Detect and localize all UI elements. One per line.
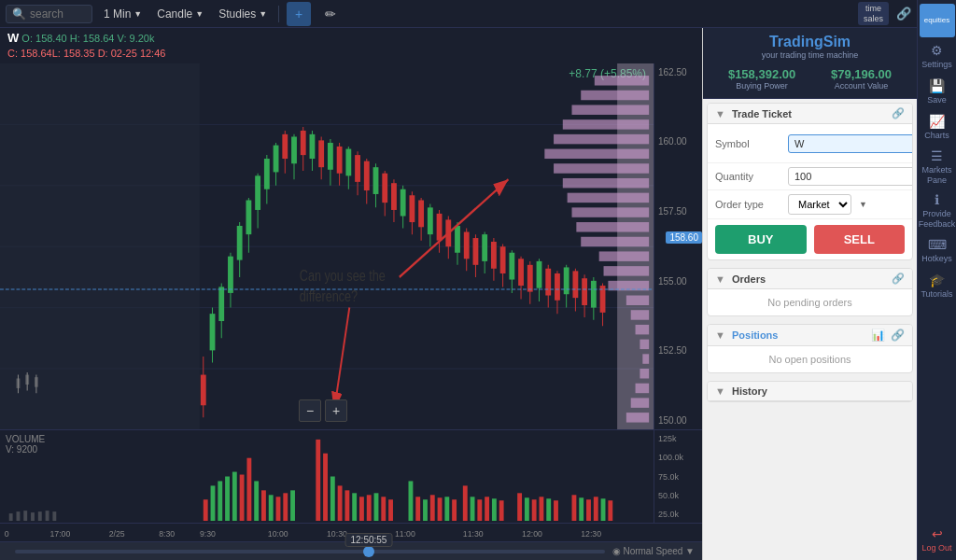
order-type-select[interactable]: Market Limit Stop [788,194,851,215]
svg-rect-175 [492,498,497,521]
time-scrubber[interactable]: 12:50:55 ◉ Normal Speed ▼ [0,541,702,560]
svg-rect-76 [373,167,379,194]
charts-button[interactable]: 📈 Charts [920,110,955,144]
volume-svg [0,430,654,523]
hotkeys-button[interactable]: ⌨ Hotkeys [920,234,955,268]
svg-rect-160 [367,495,372,521]
svg-rect-148 [261,490,266,521]
svg-rect-7 [595,76,649,85]
svg-rect-120 [572,271,578,298]
scrubber-thumb[interactable] [363,546,374,557]
feedback-icon: ℹ [935,192,939,208]
svg-rect-29 [631,398,649,407]
svg-rect-168 [438,497,443,521]
orders-link-icon[interactable]: 🔗 [892,273,905,285]
chart-icon[interactable]: 📊 [871,329,885,342]
positions-title[interactable]: Positions [732,329,779,341]
svg-rect-52 [264,159,270,189]
hotkeys-icon: ⌨ [928,237,947,253]
draw-tool-button[interactable]: ✏ [318,2,343,26]
svg-rect-46 [237,226,243,260]
search-icon: 🔍 [12,7,26,21]
svg-rect-62 [310,133,316,158]
buy-button[interactable]: BUY [715,225,807,254]
svg-rect-60 [301,131,306,155]
settings-button[interactable]: ⚙ Settings [920,39,955,73]
feedback-button[interactable]: ℹ Provide Feedback [920,189,955,231]
quantity-input[interactable] [788,167,913,186]
speed-indicator[interactable]: ◉ Normal Speed ▼ [612,546,695,556]
tutorials-button[interactable]: 🎓 Tutorials [920,270,955,303]
svg-text:12:00: 12:00 [522,528,542,538]
brand-tagline: your trading time machine [710,50,909,60]
save-button[interactable]: 💾 Save [920,75,955,108]
svg-rect-157 [344,490,349,521]
svg-rect-44 [228,256,233,292]
svg-rect-122 [582,278,587,305]
expand-arrow-icon: ▼ [715,273,725,285]
symbol-label: Symbol [715,138,780,149]
account-value-value: $79,196.00 [831,67,892,81]
svg-rect-124 [591,280,597,307]
svg-text:difference?: difference? [300,287,358,304]
svg-text:Can you see the: Can you see the [300,266,386,284]
studies-selector[interactable]: Studies ▼ [215,6,271,22]
time-sales-button[interactable]: time sales [858,2,889,26]
svg-rect-17 [576,222,649,231]
candlestick-chart: Can you see the difference? [0,63,654,429]
search-box[interactable]: 🔍 [6,5,92,23]
charts-icon: 📈 [929,114,945,130]
svg-rect-42 [218,287,224,321]
zoom-in-button[interactable]: + [325,399,347,422]
add-indicator-button[interactable]: + [287,2,311,26]
svg-rect-27 [640,369,649,378]
svg-rect-18 [581,236,649,245]
svg-rect-137 [38,511,42,521]
svg-rect-153 [316,440,320,521]
svg-rect-140 [204,499,208,521]
search-input[interactable] [30,7,86,21]
chevron-down-icon: ▼ [859,200,867,209]
trade-ticket-link-icon[interactable]: 🔗 [892,107,905,119]
svg-rect-80 [391,183,397,210]
chart-panel-row: W O: 158.40 H: 158.64 V: 9.20k C: 158.64… [0,28,917,560]
chart-type-selector[interactable]: Candle ▼ [153,6,207,22]
svg-rect-13 [554,163,649,173]
current-price-tag: 158.60 [666,231,702,244]
main-content: 🔍 1 Min ▼ Candle ▼ Studies ▼ + ✏ [0,0,917,560]
svg-rect-70 [345,148,351,175]
svg-text:11:30: 11:30 [463,528,484,538]
svg-rect-78 [382,173,387,202]
zoom-out-button[interactable]: − [299,399,321,422]
svg-rect-118 [564,267,569,294]
svg-rect-188 [608,500,612,521]
symbol-input[interactable] [788,134,913,153]
svg-rect-185 [586,499,591,521]
positions-link-icon[interactable]: 🔗 [891,329,905,342]
svg-rect-98 [473,238,479,265]
link-icon[interactable]: 🔗 [896,7,911,21]
volume-axis: 125k 100.0k 75.0k 50.0k 25.0k [654,430,702,523]
svg-rect-143 [225,477,230,522]
sell-button[interactable]: SELL [814,225,906,254]
svg-text:12:30: 12:30 [581,528,601,538]
panel-header: TradingSim your trading time machine [703,28,917,63]
equities-button[interactable]: equities [920,4,955,37]
svg-text:11:00: 11:00 [395,528,415,538]
main-chart[interactable]: +8.77 (+5.85%) [0,63,702,429]
brand-title: TradingSim [710,34,909,50]
time-axis-svg: 0 17:00 2/25 8:30 9:30 10:00 10:30 11:00… [0,524,654,542]
svg-rect-25 [640,339,649,348]
scrubber-track[interactable]: 12:50:55 [15,550,605,553]
svg-rect-154 [323,454,328,521]
svg-rect-149 [269,495,274,521]
svg-rect-38 [201,374,206,405]
svg-rect-86 [418,200,424,227]
svg-rect-150 [276,497,281,521]
svg-text:2/25: 2/25 [109,528,125,538]
logout-button[interactable]: ↩ Log Out [920,523,955,556]
markets-pane-button[interactable]: ☰ Markets Pane [920,146,955,188]
svg-rect-176 [499,500,504,521]
svg-rect-172 [471,497,475,521]
timeframe-selector[interactable]: 1 Min ▼ [100,6,146,22]
